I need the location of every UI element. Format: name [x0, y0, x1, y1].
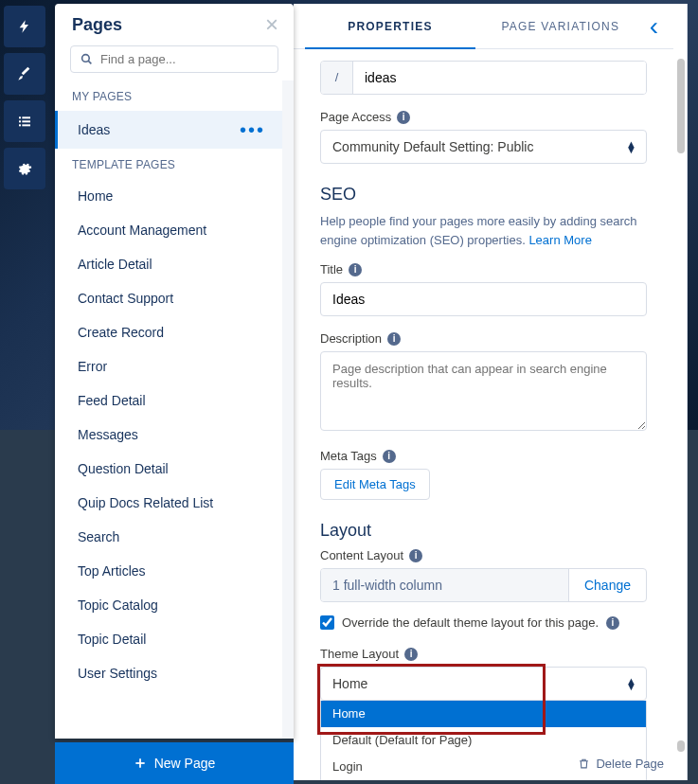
svg-line-7 — [88, 61, 91, 63]
page-item[interactable]: Contact Support — [55, 281, 282, 315]
page-item[interactable]: Topic Detail — [55, 622, 282, 656]
edit-meta-tags-button[interactable]: Edit Meta Tags — [320, 469, 430, 500]
theme-layout-label: Theme Layouti — [320, 647, 647, 661]
svg-rect-4 — [19, 124, 21, 126]
scrollbar[interactable] — [677, 59, 685, 153]
svg-point-6 — [82, 55, 90, 62]
properties-panel: PROPERTIES PAGE VARIATIONS ‹ / Page Acce… — [294, 4, 688, 780]
svg-rect-0 — [19, 116, 21, 118]
svg-rect-1 — [22, 116, 30, 118]
dropdown-option-default[interactable]: Default (Default for Page) — [321, 727, 646, 754]
page-item[interactable]: Article Detail — [55, 247, 282, 281]
page-item-ideas[interactable]: Ideas ••• — [55, 111, 282, 149]
svg-rect-2 — [19, 120, 21, 122]
info-icon[interactable]: i — [349, 263, 362, 276]
chevron-left-icon[interactable]: ‹ — [646, 13, 662, 40]
more-icon[interactable]: ••• — [240, 120, 265, 139]
change-layout-button[interactable]: Change — [568, 569, 646, 601]
page-item[interactable]: Error — [55, 349, 282, 383]
page-item[interactable]: User Settings — [55, 656, 282, 690]
search-input-wrap[interactable] — [70, 45, 278, 73]
list-icon[interactable] — [4, 100, 45, 142]
seo-help-text: Help people find your pages more easily … — [320, 212, 647, 249]
info-icon[interactable]: i — [606, 616, 619, 630]
vertical-toolbar — [0, 0, 51, 195]
pages-panel: Pages × MY PAGES Ideas ••• TEMPLATE PAGE… — [55, 4, 294, 739]
gear-icon[interactable] — [4, 148, 45, 189]
search-input[interactable] — [100, 52, 268, 66]
theme-layout-select[interactable]: Home ▲▼ — [320, 667, 647, 701]
seo-heading: SEO — [320, 185, 647, 205]
section-template-pages: TEMPLATE PAGES — [55, 149, 282, 179]
svg-rect-5 — [22, 124, 30, 126]
tab-properties[interactable]: PROPERTIES — [305, 4, 475, 49]
chevron-updown-icon: ▲▼ — [626, 678, 636, 689]
svg-rect-3 — [22, 120, 30, 122]
close-icon[interactable]: × — [265, 13, 278, 36]
page-item[interactable]: Home — [55, 179, 282, 213]
info-icon[interactable]: i — [404, 648, 418, 661]
url-input[interactable] — [353, 62, 646, 94]
page-item[interactable]: Search — [55, 520, 282, 554]
page-item[interactable]: Account Management — [55, 213, 282, 247]
chevron-updown-icon: ▲▼ — [626, 141, 636, 152]
scrollbar[interactable] — [677, 740, 685, 752]
dropdown-option-home[interactable]: Home — [321, 701, 646, 727]
page-item[interactable]: Quip Docs Related List — [55, 486, 282, 520]
panel-title: Pages — [72, 15, 122, 35]
page-access-select[interactable]: Community Default Setting: Public ▲▼ — [320, 130, 647, 164]
page-access-label: Page Accessi — [320, 110, 647, 124]
title-input[interactable] — [320, 282, 647, 316]
plus-icon — [134, 757, 147, 770]
brush-icon[interactable] — [4, 53, 45, 95]
override-label: Override the default theme layout for th… — [342, 615, 599, 630]
meta-tags-label: Meta Tagsi — [320, 449, 647, 463]
content-layout-label: Content Layouti — [320, 548, 647, 562]
info-icon[interactable]: i — [397, 111, 410, 124]
section-my-pages: MY PAGES — [55, 80, 282, 111]
page-item[interactable]: Topic Catalog — [55, 588, 282, 622]
delete-page-button[interactable]: Delete Page — [568, 753, 673, 775]
page-item[interactable]: Create Record — [55, 315, 282, 349]
layout-heading: Layout — [320, 521, 647, 541]
new-page-button[interactable]: New Page — [55, 742, 294, 784]
url-slash: / — [321, 62, 353, 94]
description-input[interactable] — [320, 351, 647, 431]
info-icon[interactable]: i — [383, 450, 396, 463]
content-layout-value: 1 full-width column — [321, 569, 568, 601]
search-icon — [81, 53, 93, 65]
tab-variations[interactable]: PAGE VARIATIONS — [475, 4, 646, 49]
info-icon[interactable]: i — [409, 549, 422, 562]
url-field: / — [320, 61, 647, 95]
description-label: Descriptioni — [320, 331, 647, 346]
lightning-icon[interactable] — [4, 6, 45, 47]
page-list[interactable]: MY PAGES Ideas ••• TEMPLATE PAGES HomeAc… — [55, 80, 294, 739]
title-label: Titlei — [320, 262, 647, 276]
trash-icon — [578, 757, 590, 770]
page-item[interactable]: Feed Detail — [55, 383, 282, 418]
page-item[interactable]: Top Articles — [55, 554, 282, 588]
learn-more-link[interactable]: Learn More — [528, 233, 591, 247]
info-icon[interactable]: i — [387, 332, 401, 346]
page-item[interactable]: Question Detail — [55, 452, 282, 486]
override-checkbox[interactable] — [320, 615, 334, 630]
page-item[interactable]: Messages — [55, 418, 282, 452]
